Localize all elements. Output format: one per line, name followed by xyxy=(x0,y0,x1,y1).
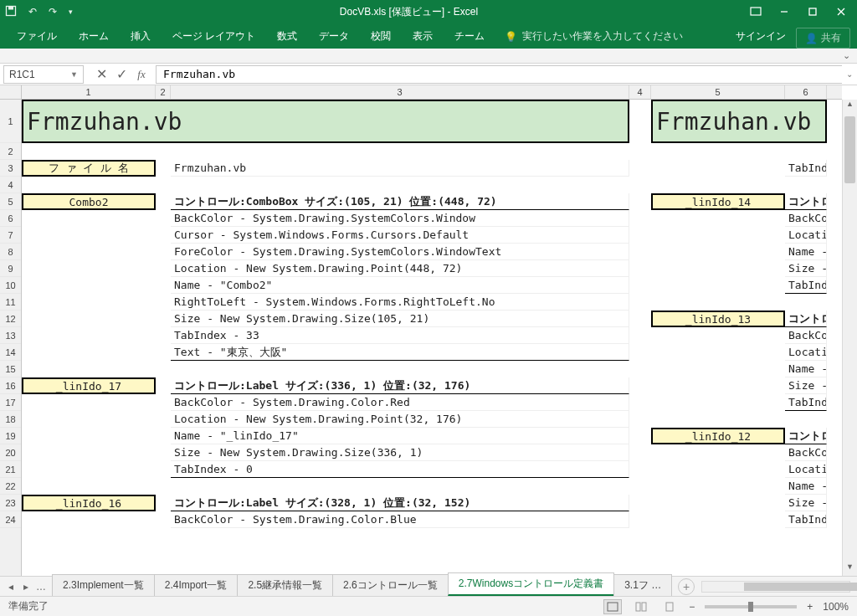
cell[interactable]: Frmzuhan.vb xyxy=(22,100,629,143)
sheet-tab[interactable]: 3.1フ … xyxy=(613,574,672,596)
row-header[interactable]: 6 xyxy=(0,210,21,227)
cell[interactable]: コントロー xyxy=(785,428,827,444)
tab-nav-first-icon[interactable]: ◂ xyxy=(5,581,17,593)
zoom-level[interactable]: 100% xyxy=(823,601,849,613)
cell[interactable]: Name - xyxy=(785,244,827,260)
cell[interactable]: BackColor - System.Drawing.SystemColors.… xyxy=(171,210,629,227)
expand-formula-icon[interactable]: ⌄ xyxy=(842,69,857,79)
row-header[interactable]: 13 xyxy=(0,327,21,344)
row-header[interactable]: 5 xyxy=(0,193,21,210)
tab-view[interactable]: 表示 xyxy=(403,24,443,49)
column-header[interactable]: 4 xyxy=(629,85,651,99)
row-headers[interactable]: 123456789101112131415161718192021222324 xyxy=(0,100,22,576)
cell[interactable]: ForeColor - System.Drawing.SystemColors.… xyxy=(171,244,629,260)
column-header[interactable]: 5 xyxy=(651,85,785,99)
row-header[interactable]: 17 xyxy=(0,394,21,411)
horizontal-scrollbar[interactable] xyxy=(701,581,850,593)
cell[interactable]: Size - New System.Drawing.Size(336, 1) xyxy=(171,444,629,461)
row-header[interactable]: 11 xyxy=(0,294,21,311)
tab-data[interactable]: データ xyxy=(309,24,359,49)
cell[interactable]: Frmzuhan.vb xyxy=(651,100,827,143)
tab-review[interactable]: 校閲 xyxy=(361,24,401,49)
scroll-up-icon[interactable]: ▲ xyxy=(843,100,857,113)
tab-nav-next-icon[interactable]: ▸ xyxy=(20,581,32,593)
cell[interactable]: TabIndex - 33 xyxy=(171,327,629,344)
fx-icon[interactable]: fx xyxy=(134,67,149,82)
cell[interactable]: Locati xyxy=(785,461,827,478)
cell[interactable]: TabInd xyxy=(785,394,827,411)
cell[interactable]: BackCo xyxy=(785,327,827,344)
cell[interactable]: Locati xyxy=(785,344,827,361)
sheet-tab[interactable]: 2.4Import一覧 xyxy=(154,574,239,596)
cell[interactable]: フ ァ イ ル 名 xyxy=(22,160,156,177)
cell[interactable]: Name - "Combo2" xyxy=(171,277,629,294)
zoom-slider[interactable] xyxy=(705,605,797,608)
column-header[interactable]: 3 xyxy=(171,85,629,99)
row-header[interactable]: 23 xyxy=(0,495,21,511)
row-header[interactable]: 24 xyxy=(0,511,21,528)
row-header[interactable]: 7 xyxy=(0,227,21,244)
row-header[interactable]: 16 xyxy=(0,377,21,394)
scroll-down-icon[interactable]: ▼ xyxy=(843,562,857,576)
sheet-tab[interactable]: 2.6コントロール一覧 xyxy=(332,574,449,596)
zoom-in-button[interactable]: + xyxy=(807,601,813,613)
cell[interactable]: Size - xyxy=(785,260,827,277)
save-icon[interactable] xyxy=(5,5,17,19)
cell[interactable]: _linIdo_14 xyxy=(651,193,785,210)
scrollbar-thumb[interactable] xyxy=(744,583,857,591)
cell[interactable]: コントロール:Label サイズ:(328, 1) 位置:(32, 152) xyxy=(171,495,629,511)
row-header[interactable]: 20 xyxy=(0,444,21,461)
tab-insert[interactable]: 挿入 xyxy=(121,24,161,49)
row-header[interactable]: 2 xyxy=(0,143,21,160)
redo-icon[interactable]: ↷ xyxy=(49,6,57,18)
row-header[interactable]: 4 xyxy=(0,177,21,193)
expand-ribbon-icon[interactable]: ⌄ xyxy=(843,50,850,61)
tab-formulas[interactable]: 数式 xyxy=(267,24,307,49)
column-headers[interactable]: 123456 xyxy=(22,85,842,100)
cell[interactable]: BackCo xyxy=(785,444,827,461)
row-header[interactable]: 9 xyxy=(0,260,21,277)
row-header[interactable]: 18 xyxy=(0,411,21,428)
column-header[interactable]: 2 xyxy=(156,85,171,99)
tab-home[interactable]: ホーム xyxy=(69,24,119,49)
tab-overflow-icon[interactable]: … xyxy=(35,581,47,593)
undo-icon[interactable]: ↶ xyxy=(28,6,37,18)
cell[interactable]: コントロール:ComboBox サイズ:(105, 21) 位置:(448, 7… xyxy=(171,193,629,210)
row-header[interactable]: 19 xyxy=(0,428,21,444)
row-header[interactable]: 10 xyxy=(0,277,21,294)
cell[interactable]: TabInd xyxy=(785,511,827,528)
grid[interactable]: Frmzuhan.vbFrmzuhan.vbフ ァ イ ル 名Frmzuhan.… xyxy=(22,100,842,576)
row-header[interactable]: 15 xyxy=(0,361,21,377)
row-header[interactable]: 1 xyxy=(0,100,21,143)
new-sheet-button[interactable]: + xyxy=(678,578,695,595)
cell[interactable]: Location - New System.Drawing.Point(32, … xyxy=(171,411,629,428)
qat-more-icon[interactable]: ▾ xyxy=(69,8,73,16)
formula-input[interactable]: Frmzuhan.vb xyxy=(156,65,842,84)
cell[interactable]: Name - xyxy=(785,478,827,495)
cell[interactable]: Cursor - System.Windows.Forms.Cursors.De… xyxy=(171,227,629,244)
chevron-down-icon[interactable]: ▼ xyxy=(70,70,78,79)
cell[interactable]: _linIdo_16 xyxy=(22,495,156,511)
sheet-tab[interactable]: 2.3Implement一覧 xyxy=(52,574,155,596)
tab-file[interactable]: ファイル xyxy=(7,24,67,49)
cell[interactable]: _linIdo_12 xyxy=(651,428,785,444)
cell[interactable]: Location - New System.Drawing.Point(448,… xyxy=(171,260,629,277)
tell-me[interactable]: 💡 実行したい作業を入力してください xyxy=(496,24,691,49)
row-header[interactable]: 3 xyxy=(0,160,21,177)
column-header[interactable]: 6 xyxy=(785,85,827,99)
row-header[interactable]: 22 xyxy=(0,478,21,495)
tab-pagelayout[interactable]: ページ レイアウト xyxy=(162,24,265,49)
cell[interactable]: コントロー xyxy=(785,193,827,210)
cell[interactable]: TabInd xyxy=(785,277,827,294)
enter-formula-icon[interactable]: ✓ xyxy=(114,67,129,82)
row-header[interactable]: 21 xyxy=(0,461,21,478)
cell[interactable]: BackColor - System.Drawing.Color.Red xyxy=(171,394,629,411)
cell[interactable]: Size - xyxy=(785,495,827,511)
cell[interactable]: TabIndex - 0 xyxy=(171,461,629,478)
cell[interactable]: TabInd xyxy=(785,160,827,177)
cell[interactable]: BackColor - System.Drawing.Color.Blue xyxy=(171,511,629,528)
signin-link[interactable]: サインイン xyxy=(727,24,794,49)
cell[interactable]: BackCo xyxy=(785,210,827,227)
scrollbar-thumb[interactable] xyxy=(844,116,855,183)
sheet-tab[interactable]: 2.7Windowsコントロール定義書 xyxy=(448,572,614,596)
